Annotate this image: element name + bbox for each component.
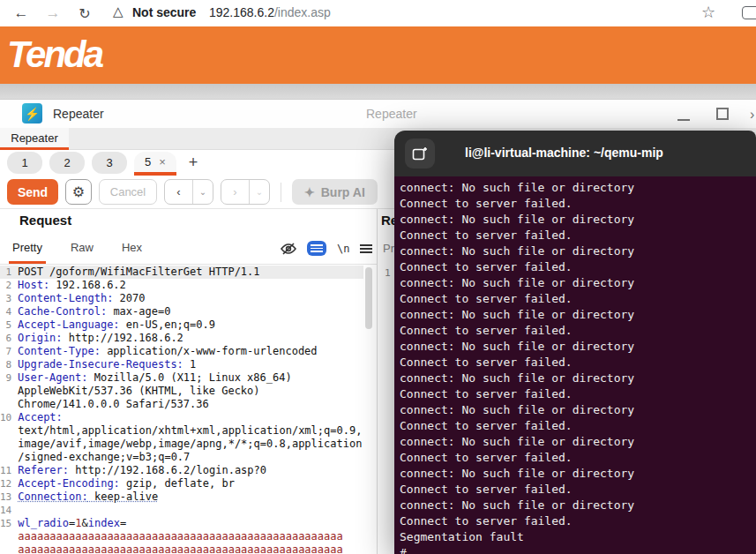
request-editor[interactable]: 1POST /goform/WifiMacFilterGet HTTP/1.12…: [0, 266, 363, 554]
line-number: 14: [0, 504, 18, 517]
editor-menu-icon[interactable]: [360, 244, 372, 253]
request-line[interactable]: 13Connection: keep-alive: [0, 490, 363, 504]
line-number: 2: [0, 279, 18, 292]
bookmark-star-icon[interactable]: ☆: [701, 3, 715, 22]
history-forward-icon[interactable]: ›: [221, 180, 250, 204]
burp-window-title-center: Repeater: [366, 107, 417, 121]
terminal-new-tab-button[interactable]: [405, 138, 435, 168]
request-line[interactable]: 7Content-Type: application/x-www-form-ur…: [0, 345, 363, 358]
line-content: Origin: http://192.168.6.2: [18, 332, 363, 345]
request-line[interactable]: 2Host: 192.168.6.2: [0, 279, 363, 292]
request-line[interactable]: 15wl_radio=1&index= aaaaaaaaaaaaaaaaaaaa…: [0, 517, 363, 554]
repeater-tab-2[interactable]: 2: [49, 152, 85, 174]
history-back-split-button[interactable]: ‹ ⌄: [164, 179, 213, 205]
tab-label: 1: [21, 156, 27, 169]
request-tab-raw[interactable]: Raw: [67, 241, 97, 264]
terminal-line: connect: No such file or directory: [400, 307, 751, 323]
terminal-line: Connect to server failed.: [400, 196, 751, 212]
line-number: 8: [0, 358, 18, 371]
request-settings-button[interactable]: ⚙: [65, 179, 92, 205]
line-number: 13: [0, 490, 18, 504]
repeater-tab-5[interactable]: 5×: [134, 152, 176, 176]
send-button[interactable]: Send: [7, 179, 58, 205]
request-line[interactable]: 9User-Agent: Mozilla/5.0 (X11; Linux x86…: [0, 371, 363, 411]
chevron-down-icon[interactable]: ⌄: [193, 180, 213, 204]
hide-eye-icon[interactable]: [281, 243, 296, 255]
cancel-button[interactable]: Cancel: [99, 179, 157, 205]
show-newlines-icon[interactable]: \n: [337, 243, 349, 255]
line-content: Referer: http://192.168.6.2/login.asp?0: [18, 464, 363, 477]
close-button[interactable]: ›: [750, 107, 754, 123]
tab-label: 3: [106, 156, 112, 169]
terminal-line: connect: No such file or directory: [400, 212, 751, 228]
request-tab-pretty[interactable]: Pretty: [9, 241, 46, 264]
maximize-button[interactable]: [716, 108, 729, 120]
add-tab-button[interactable]: +: [189, 153, 198, 172]
repeater-tab-3[interactable]: 3: [92, 152, 127, 174]
request-panel-title: Request: [19, 213, 71, 228]
not-secure-label[interactable]: Not secure: [132, 5, 196, 19]
url-host: 192.168.6.2: [209, 5, 274, 19]
request-line[interactable]: 1POST /goform/WifiMacFilterGet HTTP/1.1: [0, 266, 363, 279]
side-panel-icon[interactable]: [742, 6, 756, 19]
browser-back-icon[interactable]: ←: [11, 3, 32, 24]
line-content: Cache-Control: max-age=0: [18, 305, 363, 318]
terminal-output[interactable]: connect: No such file or directoryConnec…: [394, 176, 756, 554]
minimize-button[interactable]: [677, 107, 690, 121]
request-line[interactable]: 4Cache-Control: max-age=0: [0, 305, 363, 318]
terminal-line: Connect to server failed.: [400, 323, 751, 339]
url-path: /index.asp: [274, 5, 331, 19]
request-line[interactable]: 10Accept: text/html,application/xhtml+xm…: [0, 411, 363, 464]
terminal-line: connect: No such file or directory: [400, 371, 751, 386]
line-content: Accept: text/html,application/xhtml+xml,…: [18, 411, 363, 464]
line-number: 4: [0, 305, 18, 318]
toolbar-divider: [281, 183, 281, 202]
request-tab-hex[interactable]: Hex: [118, 241, 146, 264]
terminal-line: Connect to server failed.: [400, 418, 751, 434]
request-line[interactable]: 6Origin: http://192.168.6.2: [0, 332, 363, 345]
history-forward-split-button[interactable]: › ⌄: [221, 179, 270, 205]
request-line[interactable]: 8Upgrade-Insecure-Requests: 1: [0, 358, 363, 371]
request-scrollbar-thumb[interactable]: [365, 267, 372, 329]
request-line[interactable]: 12Accept-Encoding: gzip, deflate, br: [0, 477, 363, 490]
chevron-down-icon[interactable]: ⌄: [250, 180, 269, 204]
burp-ai-button[interactable]: ✦Burp AI: [292, 179, 378, 205]
line-content: User-Agent: Mozilla/5.0 (X11; Linux x86_…: [18, 371, 363, 411]
tenda-logo: Tenda: [7, 34, 101, 76]
tab-label: 5: [145, 155, 151, 168]
history-back-icon[interactable]: ‹: [165, 180, 193, 204]
terminal-line: Segmentation fault: [400, 529, 751, 545]
request-line[interactable]: 5Accept-Language: en-US,en;q=0.9: [0, 318, 363, 332]
line-content: wl_radio=1&index= aaaaaaaaaaaaaaaaaaaaaa…: [18, 517, 363, 554]
request-line[interactable]: 3Content-Length: 2070: [0, 292, 363, 305]
request-line[interactable]: 14: [0, 504, 363, 517]
repeater-tab-1[interactable]: 1: [7, 152, 42, 174]
tenda-nav-strip: [0, 84, 756, 99]
browser-forward-icon[interactable]: →: [42, 3, 64, 24]
terminal-line: Connect to server failed.: [400, 513, 751, 529]
burp-titlebar[interactable]: ⚡ Repeater Repeater ›: [0, 100, 756, 128]
tab-repeater[interactable]: Repeater: [0, 128, 69, 150]
response-pretty-tab[interactable]: Pr: [383, 242, 394, 255]
pane-divider[interactable]: [377, 209, 378, 554]
browser-toolbar: ← → ↻ △ Not secure 192.168.6.2/index.asp…: [0, 0, 756, 26]
response-line-number: 1: [385, 267, 391, 279]
terminal-line: Connect to server failed.: [400, 355, 751, 371]
word-wrap-toggle-icon[interactable]: [307, 241, 326, 256]
address-bar-url[interactable]: 192.168.6.2/index.asp: [209, 5, 331, 19]
tab-close-icon[interactable]: ×: [159, 155, 166, 168]
line-number: 15: [0, 517, 18, 554]
burp-window-title: Repeater: [53, 107, 104, 121]
browser-reload-icon[interactable]: ↻: [74, 3, 95, 24]
terminal-title: li@li-virtual-machine: ~/qemu-mip: [465, 146, 756, 160]
burp-ai-label: Burp AI: [321, 185, 365, 199]
terminal-titlebar[interactable]: li@li-virtual-machine: ~/qemu-mip: [394, 131, 756, 176]
line-number: 12: [0, 477, 18, 490]
tenda-banner: Tenda: [0, 26, 756, 84]
terminal-line: connect: No such file or directory: [400, 275, 751, 291]
burp-repeater-icon: ⚡: [22, 103, 42, 124]
terminal-line: Connect to server failed.: [400, 450, 751, 466]
request-line[interactable]: 11Referer: http://192.168.6.2/login.asp?…: [0, 464, 363, 477]
terminal-line: connect: No such file or directory: [400, 434, 751, 450]
line-content: Accept-Language: en-US,en;q=0.9: [18, 318, 363, 332]
